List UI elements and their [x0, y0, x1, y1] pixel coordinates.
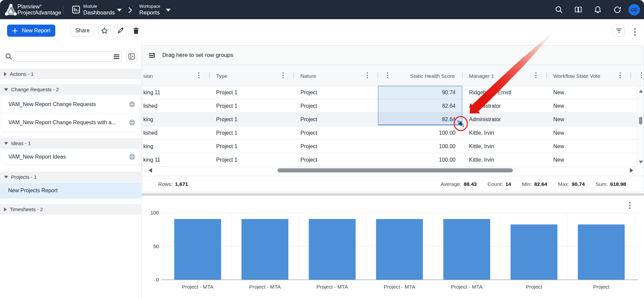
- grid-cell[interactable]: 82.64: [379, 113, 456, 126]
- column-resize-handle[interactable]: [293, 72, 294, 79]
- scroll-left-arrow-icon[interactable]: [149, 168, 152, 173]
- brand-text[interactable]: Planview® ProjectAdvantage: [18, 3, 61, 16]
- planview-logo-icon[interactable]: [4, 3, 18, 16]
- sidebar-item[interactable]: VAM_New Report Change Requests: [1, 95, 140, 113]
- new-report-button[interactable]: New Report: [7, 25, 55, 37]
- panel-splitter[interactable]: [142, 193, 644, 196]
- column-header-workflow-state-vote[interactable]: Workflow State Vote: [553, 73, 600, 79]
- notifications-bell-icon[interactable]: [594, 6, 602, 14]
- column-menu-kebab-icon[interactable]: [535, 72, 536, 78]
- column-header-sion[interactable]: sion: [143, 73, 153, 79]
- grid-row[interactable]: lishedProject 1Project100.00Kittle, Irvi…: [142, 126, 637, 140]
- sidebar-search-input[interactable]: [15, 52, 121, 62]
- refresh-icon[interactable]: [613, 6, 621, 14]
- vertical-scrollbar[interactable]: [637, 86, 644, 167]
- column-header-manager-1[interactable]: Manager 1: [469, 73, 494, 79]
- grid-row[interactable]: kingProject 1Project100.00Kittle, IrvinN…: [142, 140, 637, 153]
- grid-cell[interactable]: Project: [300, 140, 378, 153]
- grid-cell[interactable]: New: [553, 86, 631, 99]
- sidebar-section-header[interactable]: Timesheets - 2: [0, 204, 142, 214]
- module-value[interactable]: Dashboards: [83, 9, 115, 16]
- sidebar-collapse-button[interactable]: [126, 51, 137, 62]
- search-icon[interactable]: [555, 6, 563, 14]
- scroll-right-arrow-icon[interactable]: [630, 168, 633, 173]
- column-header-type[interactable]: Type: [216, 73, 228, 79]
- grid-cell[interactable]: 100.00: [379, 153, 456, 167]
- bar[interactable]: [241, 219, 288, 280]
- column-header-nature[interactable]: Nature: [300, 73, 316, 79]
- grid-row[interactable]: king 11Project 1Project100.00Kittle, Irv…: [142, 153, 637, 167]
- grid-cell[interactable]: Administrator: [469, 113, 547, 126]
- grid-cell[interactable]: 90.74: [379, 86, 456, 99]
- grid-cell[interactable]: Project 1: [216, 113, 294, 126]
- sidebar-item-selected[interactable]: New Projects Report: [0, 183, 142, 199]
- bar[interactable]: [578, 225, 625, 280]
- column-resize-handle[interactable]: [378, 72, 378, 79]
- grid-cell[interactable]: Project 1: [216, 86, 294, 99]
- grid-cell[interactable]: Project 1: [216, 153, 294, 167]
- scroll-up-arrow-icon[interactable]: [639, 90, 643, 93]
- column-menu-kebab-icon[interactable]: [283, 72, 284, 78]
- column-resize-handle[interactable]: [546, 72, 547, 79]
- bar[interactable]: [174, 219, 221, 280]
- toolbar-kebab-menu[interactable]: [634, 28, 636, 36]
- delete-button[interactable]: [130, 25, 142, 37]
- grid-cell[interactable]: 82.64: [379, 99, 456, 113]
- vertical-scrollbar-thumb[interactable]: [639, 117, 642, 125]
- column-resize-handle[interactable]: [209, 72, 210, 79]
- grid-cell[interactable]: 100.00: [379, 126, 456, 140]
- sidebar-item[interactable]: VAM_New Report Ideas: [1, 149, 140, 165]
- grid-cell[interactable]: New: [553, 140, 631, 153]
- grid-cell[interactable]: Kittle, Irvin: [469, 126, 547, 140]
- grid-cell[interactable]: Project: [300, 153, 378, 167]
- workspace-value[interactable]: Reports: [139, 9, 160, 16]
- grid-cell[interactable]: New: [553, 113, 631, 126]
- row-group-drop-zone[interactable]: Drag here to set row groups: [142, 45, 644, 65]
- scroll-down-arrow-icon[interactable]: [639, 161, 643, 164]
- favorite-button[interactable]: [98, 25, 111, 37]
- grid-cell[interactable]: Project: [300, 126, 378, 140]
- column-menu-kebab-icon[interactable]: [367, 72, 368, 78]
- sidebar-section-header[interactable]: Actions - 1: [0, 69, 142, 79]
- grid-cell[interactable]: Project 1: [216, 126, 294, 140]
- bar[interactable]: [510, 225, 557, 280]
- grid-cell[interactable]: New: [553, 126, 631, 140]
- grid-cell[interactable]: Kittle, Irvin: [469, 140, 547, 153]
- grid-row[interactable]: kingProject 1Project82.64AdministratorNe…: [142, 113, 637, 126]
- grid-cell[interactable]: Ridgeback, Ernstl: [469, 86, 547, 99]
- grid-cell[interactable]: New: [553, 153, 631, 167]
- bar[interactable]: [309, 219, 356, 280]
- column-resize-handle[interactable]: [631, 72, 631, 79]
- share-button[interactable]: Share: [70, 25, 94, 37]
- horizontal-scrollbar-thumb[interactable]: [277, 168, 513, 172]
- sidebar-section-header[interactable]: Ideas - 1: [0, 138, 142, 148]
- grid-cell[interactable]: Project: [300, 86, 378, 99]
- chart-kebab-menu[interactable]: [629, 202, 631, 209]
- column-menu-kebab-icon[interactable]: [387, 72, 388, 78]
- sidebar-menu-icon[interactable]: [114, 54, 119, 59]
- column-header-static-health-score[interactable]: Static Health Score: [410, 73, 455, 79]
- grid-cell[interactable]: Project 1: [216, 140, 294, 153]
- grid-cell[interactable]: Administrator: [469, 99, 547, 113]
- grid-cell[interactable]: Project: [300, 99, 378, 113]
- grid-cell[interactable]: Kittle, Irvin: [469, 153, 547, 167]
- sidebar-item[interactable]: VAM_New Report Change Requests with a...: [1, 113, 140, 132]
- horizontal-scrollbar[interactable]: [142, 167, 644, 176]
- filter-button[interactable]: [613, 25, 625, 37]
- sidebar-section-header[interactable]: Change Requests - 2: [0, 84, 142, 95]
- grid-row[interactable]: lishedProject 1Project82.64Administrator…: [142, 99, 637, 113]
- bar[interactable]: [443, 219, 490, 280]
- module-caret-icon[interactable]: [117, 9, 122, 11]
- edit-button[interactable]: [114, 25, 126, 37]
- sidebar-section-header[interactable]: Projects - 1: [0, 172, 142, 182]
- grid-cell[interactable]: Project: [300, 113, 378, 126]
- column-menu-kebab-icon[interactable]: [620, 72, 621, 78]
- help-book-icon[interactable]: [574, 6, 582, 14]
- bar[interactable]: [376, 219, 423, 280]
- grid-cell[interactable]: Project 1: [216, 99, 294, 113]
- column-menu-kebab-icon[interactable]: [641, 72, 642, 78]
- avatar[interactable]: CE: [628, 4, 640, 15]
- column-resize-handle[interactable]: [462, 72, 463, 79]
- workspace-caret-icon[interactable]: [166, 9, 171, 11]
- column-menu-kebab-icon[interactable]: [198, 72, 199, 78]
